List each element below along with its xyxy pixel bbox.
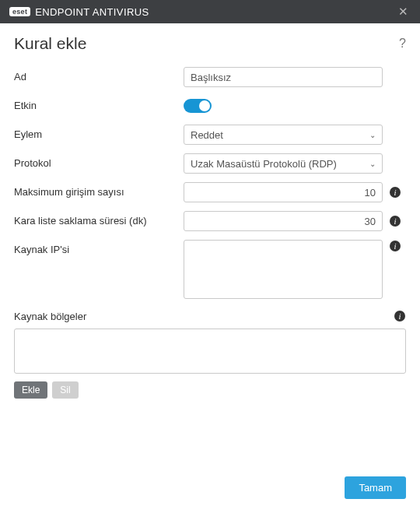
protocol-select-value: Uzak Masaüstü Protokolü (RDP) <box>191 158 337 170</box>
blacklist-duration-input[interactable] <box>184 211 383 231</box>
label-action: Eylem <box>14 125 184 140</box>
info-source-ip[interactable]: i <box>389 240 401 252</box>
label-source-ip: Kaynak IP'si <box>14 240 184 255</box>
label-max-attempts: Maksimum girişim sayısı <box>14 182 184 198</box>
svg-text:i: i <box>398 311 401 321</box>
row-action: Eylem Reddet ⌄ <box>14 125 406 145</box>
source-regions-list[interactable] <box>14 329 406 374</box>
brand-badge: eset <box>9 7 30 16</box>
row-max-attempts: Maksimum girişim sayısı i <box>14 182 406 202</box>
svg-text:i: i <box>394 188 396 197</box>
footer: Tamam <box>0 469 420 506</box>
info-icon: i <box>389 186 401 199</box>
info-icon: i <box>389 215 401 227</box>
info-blacklist-duration[interactable]: i <box>389 215 401 227</box>
action-select[interactable]: Reddet ⌄ <box>184 125 383 145</box>
ok-button[interactable]: Tamam <box>345 476 406 499</box>
svg-text:i: i <box>394 241 396 251</box>
add-region-button[interactable]: Ekle <box>14 381 47 399</box>
name-input[interactable] <box>184 67 383 87</box>
protocol-select[interactable]: Uzak Masaüstü Protokolü (RDP) ⌄ <box>184 153 383 174</box>
heading-row: Kural ekle ? <box>14 34 406 53</box>
product-title: ENDPOINT ANTIVIRUS <box>35 6 394 18</box>
regions-button-row: Ekle Sil <box>14 381 406 399</box>
toggle-knob <box>199 100 210 111</box>
row-enabled: Etkin <box>14 96 406 116</box>
row-source-regions-label: Kaynak bölgeler i <box>14 310 406 322</box>
info-icon: i <box>394 310 406 322</box>
label-enabled: Etkin <box>14 96 184 111</box>
label-name: Ad <box>14 67 184 83</box>
info-icon: i <box>389 240 401 252</box>
enabled-toggle[interactable] <box>184 99 212 113</box>
info-source-regions[interactable]: i <box>394 310 406 322</box>
label-blacklist-duration: Kara liste saklama süresi (dk) <box>14 211 184 227</box>
close-button[interactable]: ✕ <box>394 2 412 21</box>
label-source-regions: Kaynak bölgeler <box>14 311 86 322</box>
svg-text:i: i <box>394 216 396 226</box>
row-name: Ad <box>14 67 406 87</box>
chevron-down-icon: ⌄ <box>369 131 376 139</box>
max-attempts-input[interactable] <box>184 182 383 202</box>
titlebar: eset ENDPOINT ANTIVIRUS ✕ <box>0 0 420 23</box>
row-protocol: Protokol Uzak Masaüstü Protokolü (RDP) ⌄ <box>14 153 406 174</box>
page-title: Kural ekle <box>14 34 86 53</box>
content-area: Kural ekle ? Ad Etkin Eylem Reddet ⌄ Pro… <box>0 23 420 399</box>
chevron-down-icon: ⌄ <box>369 160 376 168</box>
label-protocol: Protokol <box>14 153 184 169</box>
help-button[interactable]: ? <box>399 37 406 51</box>
row-blacklist-duration: Kara liste saklama süresi (dk) i <box>14 211 406 231</box>
info-max-attempts[interactable]: i <box>389 186 401 199</box>
row-source-ip: Kaynak IP'si i <box>14 240 406 299</box>
delete-region-button: Sil <box>52 381 78 399</box>
help-icon: ? <box>399 37 406 50</box>
action-select-value: Reddet <box>191 129 223 141</box>
close-icon: ✕ <box>398 5 408 19</box>
source-ip-input[interactable] <box>184 240 383 299</box>
